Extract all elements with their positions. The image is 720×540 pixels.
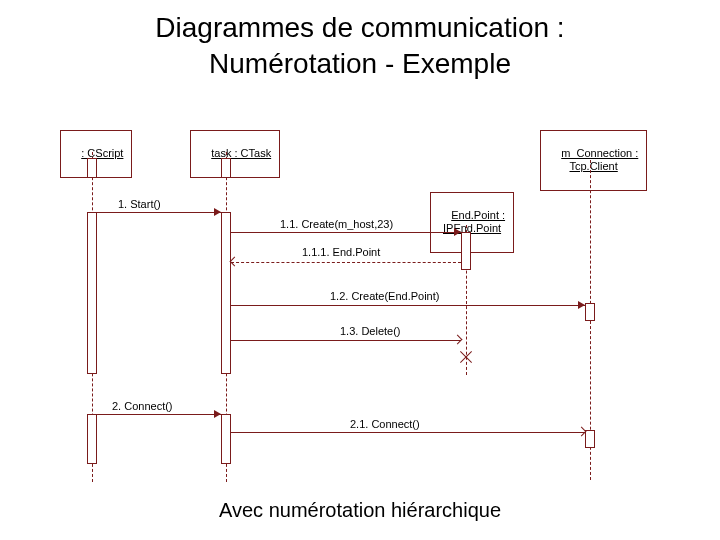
participant-endpoint: End.Point : IPEnd.Point: [430, 192, 514, 253]
msg-1-2-create-label: 1.2. Create(End.Point): [330, 290, 439, 302]
title-line-2: Numérotation - Exemple: [209, 48, 511, 79]
sequence-diagram: : CScript task : CTask End.Point : IPEnd…: [40, 130, 680, 480]
msg-1-3-delete-arrow: [231, 340, 461, 341]
participant-tcpclient: m_Connection : Tcp.Client: [540, 130, 647, 191]
participant-tcpclient-label: m_Connection : Tcp.Client: [561, 147, 638, 172]
msg-2-1-connect-arrow: [231, 432, 585, 433]
activation-cscript-1: [87, 212, 97, 374]
msg-1-1-create-head: [454, 228, 461, 236]
msg-1-1-create-label: 1.1. Create(m_host,23): [280, 218, 393, 230]
activation-tcpclient-2: [585, 430, 595, 448]
activation-cscript-2: [87, 414, 97, 464]
activation-ctask-head: [221, 158, 231, 178]
msg-2-1-connect-label: 2.1. Connect(): [350, 418, 420, 430]
msg-2-connect-head: [214, 410, 221, 418]
msg-2-connect-arrow: [97, 414, 221, 415]
msg-1-start-arrow: [97, 212, 221, 213]
msg-1-start-head: [214, 208, 221, 216]
msg-1-1-1-return-arrow: [231, 262, 461, 263]
title-line-1: Diagrammes de communication :: [155, 12, 564, 43]
activation-endpoint-1: [461, 232, 471, 270]
activation-cscript-head: [87, 158, 97, 178]
msg-1-2-create-arrow: [231, 305, 585, 306]
activation-tcpclient-1: [585, 303, 595, 321]
destroy-endpoint-icon: [459, 350, 473, 364]
slide-title: Diagrammes de communication : Numérotati…: [40, 10, 680, 83]
slide-caption: Avec numérotation hiérarchique: [0, 499, 720, 522]
msg-1-1-1-return-label: 1.1.1. End.Point: [302, 246, 380, 258]
msg-1-3-delete-head: [453, 335, 463, 345]
msg-1-1-1-return-head: [230, 257, 240, 267]
msg-1-2-create-head: [578, 301, 585, 309]
participant-endpoint-label: End.Point : IPEnd.Point: [443, 209, 505, 234]
msg-1-1-create-arrow: [231, 232, 461, 233]
msg-1-start-label: 1. Start(): [118, 198, 161, 210]
msg-2-connect-label: 2. Connect(): [112, 400, 173, 412]
msg-1-3-delete-label: 1.3. Delete(): [340, 325, 401, 337]
activation-ctask-2: [221, 414, 231, 464]
activation-ctask-1: [221, 212, 231, 374]
participant-ctask: task : CTask: [190, 130, 280, 178]
